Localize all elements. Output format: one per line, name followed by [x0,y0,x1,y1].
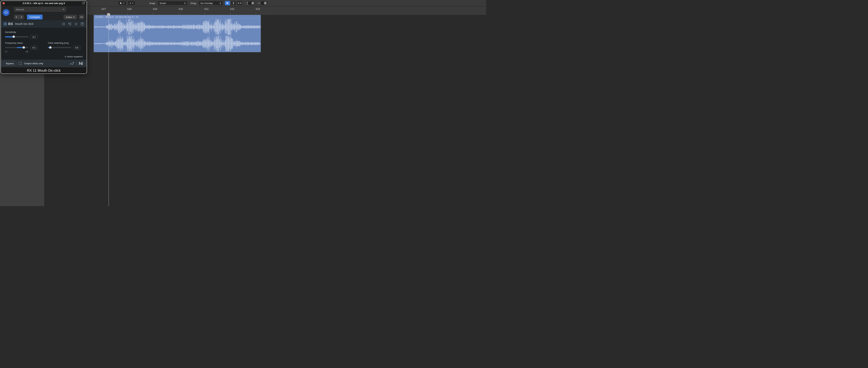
plugin-window-title: 2.5.25.1 - bfk ep 6 - mx and sdx prg 3 [1,2,87,5]
plugin-module-header: RX Mouth De-click [1,21,87,28]
rx-wave-icon [3,22,7,26]
hf-label: HF [26,51,29,53]
stereo-icon [136,16,138,18]
clip-name: 2.5.25.1 - bfk ep 6 - mx and sdx prg 3.1 [95,16,134,18]
preset-list-icon[interactable] [62,22,65,26]
output-clicks-label: Output clicks only [24,62,43,65]
drag-select[interactable]: No Overlap [199,1,223,6]
click-widening-slider[interactable] [48,47,72,48]
compare-button[interactable]: Compare [27,15,42,20]
click-widening-value[interactable]: 0.5 [73,46,80,49]
plugin-params: Sensitivity 3.7 Frequency skew 6.1 LFHF … [1,28,87,54]
rx-logo: RX [3,22,13,26]
add-tool[interactable]: + [128,1,135,6]
audio-clip[interactable]: 2.5.25.1 - bfk ep 6 - mx and sdx prg 3.1 [94,15,261,52]
help-icon[interactable] [80,22,84,26]
frequency-skew-slider[interactable] [5,47,29,48]
learn-icon[interactable] [69,61,74,65]
plugin-footer: Bypass Output clicks only [1,60,87,67]
history-icon[interactable] [68,22,72,26]
zoom-horizontal-icon[interactable] [237,1,242,6]
svg-point-7 [75,24,76,25]
plugin-module-name: Mouth De-click [15,22,33,25]
editor-label: Editor [66,16,72,18]
snap-select[interactable]: Smart [157,1,187,6]
ni-logo-icon [79,62,84,65]
preset-select[interactable]: Manual [14,7,66,12]
svg-point-1 [137,16,138,18]
arrangement-area[interactable]: 2.5.25.1 - bfk ep 6 - mx and sdx prg 3.1 [44,15,486,206]
click-widening-label: Click widening [ms] [48,41,81,45]
cursor-tool[interactable] [118,1,126,6]
sensitivity-slider[interactable] [5,36,29,37]
drag-label: Drag: [191,2,196,5]
prev-preset-button[interactable] [14,15,19,20]
editor-select[interactable]: Editor [64,15,77,20]
svg-point-4 [5,24,6,25]
clip-header[interactable]: 2.5.25.1 - bfk ep 6 - mx and sdx prg 3.1 [94,15,261,19]
preset-name: Manual [16,8,24,11]
gear-icon[interactable] [74,22,78,26]
output-clicks-checkbox[interactable] [19,62,22,65]
bypass-button[interactable]: Bypass [3,61,17,66]
next-preset-button[interactable] [19,15,24,20]
plugin-titlebar[interactable]: 2.5.25.1 - bfk ep 6 - mx and sdx prg 3 [1,1,87,6]
clicks-repaired-status: 0 clicks repaired [1,54,87,60]
waveform-channel-right [94,35,261,52]
snap-label: Snap: [149,2,156,5]
zoom-vertical-icon[interactable] [231,1,236,6]
close-icon[interactable] [2,2,5,4]
sensitivity-label: Sensitivity [5,31,83,33]
window-mode-icon[interactable] [82,2,85,4]
playhead[interactable] [108,15,109,206]
horizontal-zoom-toggle[interactable] [260,1,267,5]
lf-label: LF [5,51,7,53]
link-button[interactable] [79,15,84,20]
waveform-channel-left [94,19,261,35]
plugin-name-footer: RX 11 Mouth De-click [1,67,87,74]
snap-value: Smart [160,2,166,5]
sensitivity-value[interactable]: 3.7 [31,35,37,39]
vertical-zoom-toggle[interactable] [248,1,255,5]
plugin-window[interactable]: 2.5.25.1 - bfk ep 6 - mx and sdx prg 3 M… [1,1,87,74]
frequency-skew-label: Frequency skew [5,41,37,45]
playhead-handle[interactable] [107,13,111,16]
frequency-skew-value[interactable]: 6.1 [31,46,37,49]
waveform-view-icon[interactable] [225,1,230,6]
drag-value: No Overlap [200,2,213,5]
